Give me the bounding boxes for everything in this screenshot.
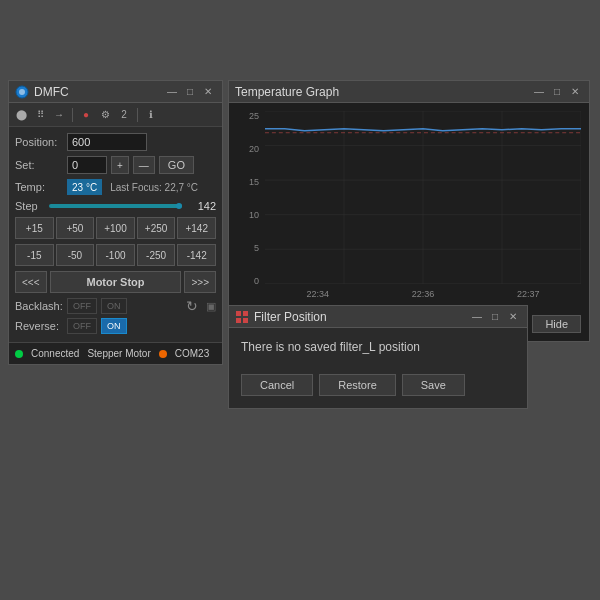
motor-row: <<< Motor Stop >>>	[15, 271, 216, 293]
svg-rect-16	[243, 318, 248, 323]
plus-button[interactable]: +	[111, 156, 129, 174]
tempgraph-close-btn[interactable]: ✕	[567, 84, 583, 100]
btn-minus15[interactable]: -15	[15, 244, 54, 266]
hide-button[interactable]: Hide	[532, 315, 581, 333]
graph-xaxis: 22:34 22:36 22:37	[237, 289, 581, 299]
port-text: COM23	[175, 348, 209, 359]
dmfc-statusbar: Connected Stepper Motor COM23	[9, 342, 222, 364]
toolbar-gear-icon[interactable]: ⚙	[97, 107, 113, 123]
reverse-row: Reverse: OFF ON	[15, 318, 216, 334]
svg-rect-14	[243, 311, 248, 316]
tempgraph-titlebar: Temperature Graph — □ ✕	[229, 81, 589, 103]
graph-area: 25 20 15 10 5 0	[237, 111, 581, 286]
dmfc-content: Position: Set: + — GO Temp: 23 °C Last F…	[9, 127, 222, 342]
filterpos-close-btn[interactable]: ✕	[505, 309, 521, 325]
last-focus-text: Last Focus: 22,7 °C	[110, 182, 198, 193]
svg-rect-15	[236, 318, 241, 323]
step-slider[interactable]	[49, 204, 182, 208]
dmfc-close-btn[interactable]: ✕	[200, 84, 216, 100]
btn-minus50[interactable]: -50	[56, 244, 95, 266]
svg-point-1	[19, 89, 25, 95]
temp-badge: 23 °C	[67, 179, 102, 195]
square-indicator: ▣	[206, 300, 216, 313]
filterpos-content: There is no saved filter_L position Canc…	[229, 328, 527, 408]
btn-minus142[interactable]: -142	[177, 244, 216, 266]
temp-row: Temp: 23 °C Last Focus: 22,7 °C	[15, 179, 216, 195]
go-button[interactable]: GO	[159, 156, 194, 174]
backlash-label: Backlash:	[15, 300, 63, 312]
step-value: 142	[186, 200, 216, 212]
dmfc-toolbar: ⬤ ⠿ → ● ⚙ 2 ℹ	[9, 103, 222, 127]
reverse-label: Reverse:	[15, 320, 63, 332]
toolbar-circle-icon: ⬤	[13, 107, 29, 123]
backlash-row: Backlash: OFF ON ↻ ▣	[15, 298, 216, 314]
reverse-off-btn[interactable]: OFF	[67, 318, 97, 334]
set-row: Set: + — GO	[15, 156, 216, 174]
svg-rect-13	[236, 311, 241, 316]
minus-button[interactable]: —	[133, 156, 155, 174]
btn-plus250[interactable]: +250	[137, 217, 176, 239]
connected-indicator	[15, 350, 23, 358]
nav-right-btn[interactable]: >>>	[184, 271, 216, 293]
save-button[interactable]: Save	[402, 374, 465, 396]
filter-message: There is no saved filter_L position	[241, 340, 515, 354]
filterpos-titlebar: Filter Position — □ ✕	[229, 306, 527, 328]
btn-plus142[interactable]: +142	[177, 217, 216, 239]
nav-left-btn[interactable]: <<<	[15, 271, 47, 293]
connected-text: Connected	[31, 348, 79, 359]
dmfc-title: DMFC	[34, 85, 162, 99]
btn-plus50[interactable]: +50	[56, 217, 95, 239]
graph-yaxis: 25 20 15 10 5 0	[237, 111, 262, 286]
dmfc-titlebar: DMFC — □ ✕	[9, 81, 222, 103]
port-indicator	[159, 350, 167, 358]
filterpos-maximize-btn[interactable]: □	[487, 309, 503, 325]
set-label: Set:	[15, 159, 63, 171]
toolbar-number: 2	[116, 107, 132, 123]
toolbar-arrow-icon: →	[51, 107, 67, 123]
motor-stop-btn[interactable]: Motor Stop	[50, 271, 182, 293]
graph-svg	[265, 111, 581, 284]
step-label: Step	[15, 200, 45, 212]
btn-minus100[interactable]: -100	[96, 244, 135, 266]
set-input[interactable]	[67, 156, 107, 174]
tempgraph-minimize-btn[interactable]: —	[531, 84, 547, 100]
dmfc-maximize-btn[interactable]: □	[182, 84, 198, 100]
restore-button[interactable]: Restore	[319, 374, 396, 396]
step-row: Step 142	[15, 200, 216, 212]
position-row: Position:	[15, 133, 216, 151]
tempgraph-maximize-btn[interactable]: □	[549, 84, 565, 100]
filterpos-title: Filter Position	[254, 310, 467, 324]
backlash-on-btn[interactable]: ON	[101, 298, 127, 314]
btn-minus250[interactable]: -250	[137, 244, 176, 266]
toolbar-divider2	[137, 108, 138, 122]
btn-plus100[interactable]: +100	[96, 217, 135, 239]
negative-buttons: -15 -50 -100 -250 -142	[15, 244, 216, 266]
reverse-on-btn[interactable]: ON	[101, 318, 127, 334]
filter-buttons: Cancel Restore Save	[241, 374, 515, 396]
position-input[interactable]	[67, 133, 147, 151]
circle-indicator: ↻	[186, 298, 198, 314]
toolbar-info-icon: ℹ	[143, 107, 159, 123]
toolbar-red-icon: ●	[78, 107, 94, 123]
dmfc-minimize-btn[interactable]: —	[164, 84, 180, 100]
btn-plus15[interactable]: +15	[15, 217, 54, 239]
stepper-text: Stepper Motor	[87, 348, 150, 359]
tempgraph-title: Temperature Graph	[235, 85, 529, 99]
filterpos-minimize-btn[interactable]: —	[469, 309, 485, 325]
temp-label: Temp:	[15, 181, 63, 193]
dmfc-icon	[15, 85, 29, 99]
filterpos-icon	[235, 310, 249, 324]
dmfc-window: DMFC — □ ✕ ⬤ ⠿ → ● ⚙ 2 ℹ Position: Set: …	[8, 80, 223, 365]
cancel-button[interactable]: Cancel	[241, 374, 313, 396]
toolbar-divider	[72, 108, 73, 122]
backlash-off-btn[interactable]: OFF	[67, 298, 97, 314]
toolbar-grid-icon: ⠿	[32, 107, 48, 123]
filterpos-window: Filter Position — □ ✕ There is no saved …	[228, 305, 528, 409]
tempgraph-window: Temperature Graph — □ ✕ 25 20 15 10 5 0	[228, 80, 590, 342]
positive-buttons: +15 +50 +100 +250 +142	[15, 217, 216, 239]
position-label: Position:	[15, 136, 63, 148]
